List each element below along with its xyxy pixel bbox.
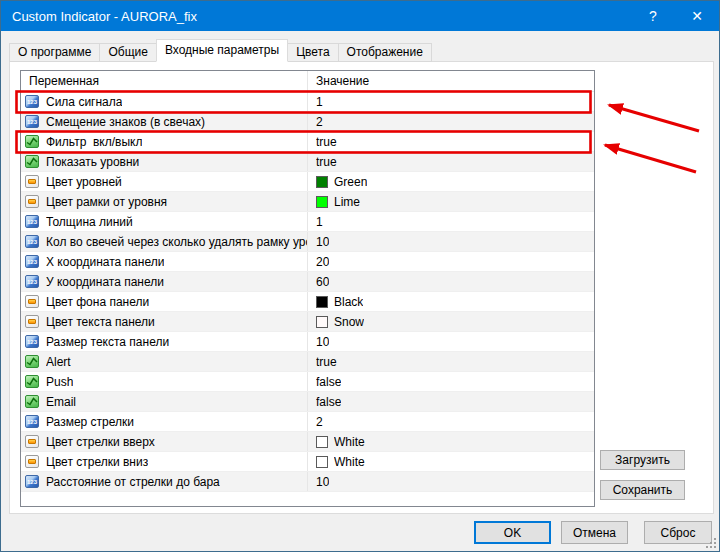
close-button[interactable]: ✕	[675, 1, 719, 31]
table-row[interactable]: 123 Кол во свечей через сколько удалять …	[21, 232, 594, 252]
table-row[interactable]: 123 Размер стрелки 2	[21, 412, 594, 432]
orange-bar	[28, 459, 36, 464]
orange-bar	[28, 179, 36, 184]
table-row[interactable]: Цвет уровней Green	[21, 172, 594, 192]
tab-strip: О программеОбщиеВходные параметрыЦветаОт…	[9, 39, 432, 62]
table-row[interactable]: 123 X координата панели 20	[21, 252, 594, 272]
bool-zigzag-icon	[25, 375, 39, 388]
color-swatch	[316, 196, 328, 208]
int-123-icon: 123	[25, 335, 39, 348]
table-row[interactable]: 123 Толщина линий 1	[21, 212, 594, 232]
orange-bar	[28, 439, 36, 444]
param-value: 20	[316, 255, 329, 269]
table-row[interactable]: Alert true	[21, 352, 594, 372]
table-row[interactable]: 123 Смещение знаков (в свечах) 2	[21, 112, 594, 132]
param-value: White	[334, 455, 365, 469]
param-name: Цвет текста панели	[46, 315, 155, 329]
param-value: 10	[316, 475, 329, 489]
tab-inputs[interactable]: Входные параметры	[156, 39, 288, 62]
table-row[interactable]: 123 Сила сигнала 1	[21, 92, 594, 112]
tab-colors[interactable]: Цвета	[287, 43, 338, 62]
color-page-icon	[25, 195, 39, 208]
param-value: 2	[316, 115, 323, 129]
param-name: Кол во свечей через сколько удалять рамк…	[46, 235, 307, 249]
int-123-icon: 123	[25, 255, 39, 268]
table-row[interactable]: 123 Размер текста панели 10	[21, 332, 594, 352]
cancel-button[interactable]: Отмена	[561, 521, 628, 544]
param-value: 10	[316, 235, 329, 249]
orange-bar	[28, 299, 36, 304]
table-row[interactable]: 123 Расстояние от стрелки до бара 10	[21, 472, 594, 492]
param-value: Lime	[334, 195, 360, 209]
tab-display[interactable]: Отображение	[338, 43, 432, 62]
bool-zigzag-icon	[25, 155, 39, 168]
param-name: Сила сигнала	[46, 95, 122, 109]
parameters-table: Переменная Значение 123 Сила сигнала 1 1…	[20, 70, 595, 507]
param-name: Push	[46, 375, 73, 389]
table-row[interactable]: Цвет стрелки вниз White	[21, 452, 594, 472]
param-value: Black	[334, 295, 363, 309]
orange-bar	[28, 199, 36, 204]
custom-indicator-dialog: Custom Indicator - AURORA_fix ? ✕ О прог…	[0, 0, 720, 552]
param-value: Green	[334, 175, 367, 189]
table-row[interactable]: Цвет текста панели Snow	[21, 312, 594, 332]
tab-common[interactable]: Общие	[99, 43, 156, 62]
param-name: Размер стрелки	[46, 415, 134, 429]
color-swatch	[316, 316, 328, 328]
param-name: Email	[46, 395, 76, 409]
column-header-variable: Переменная	[21, 71, 308, 91]
param-name: Цвет рамки от уровня	[46, 195, 167, 209]
orange-bar	[28, 319, 36, 324]
bool-zigzag-icon	[25, 135, 39, 148]
color-swatch	[316, 436, 328, 448]
param-value: true	[316, 155, 337, 169]
param-name: Размер текста панели	[46, 335, 169, 349]
ok-button[interactable]: OK	[474, 521, 551, 544]
int-123-icon: 123	[25, 415, 39, 428]
param-name: Цвет стрелки вниз	[46, 455, 148, 469]
param-name: Показать уровни	[46, 155, 139, 169]
table-row[interactable]: Фильтр вкл/выкл true	[21, 132, 594, 152]
resize-grip-icon[interactable]	[706, 538, 716, 548]
column-header-value: Значение	[308, 71, 594, 91]
param-name: У координата панели	[46, 275, 164, 289]
param-name: Толщина линий	[46, 215, 133, 229]
table-header-row: Переменная Значение	[21, 71, 594, 92]
color-swatch	[316, 296, 328, 308]
param-name: Цвет фона панели	[46, 295, 149, 309]
color-page-icon	[25, 315, 39, 328]
int-123-icon: 123	[25, 95, 39, 108]
tab-about[interactable]: О программе	[9, 43, 100, 62]
int-123-icon: 123	[25, 215, 39, 228]
table-row[interactable]: Push false	[21, 372, 594, 392]
param-value: true	[316, 135, 337, 149]
table-row[interactable]: Цвет стрелки вверх White	[21, 432, 594, 452]
table-row[interactable]: Цвет фона панели Black	[21, 292, 594, 312]
reset-button[interactable]: Сброс	[644, 521, 712, 544]
help-button[interactable]: ?	[631, 1, 675, 31]
param-name: X координата панели	[46, 255, 164, 269]
color-page-icon	[25, 435, 39, 448]
param-value: false	[316, 395, 341, 409]
save-button[interactable]: Сохранить	[600, 480, 685, 500]
param-value: false	[316, 375, 341, 389]
param-value: 1	[316, 95, 323, 109]
param-value: 2	[316, 415, 323, 429]
load-button[interactable]: Загрузить	[600, 450, 685, 470]
inputs-tab-page: Переменная Значение 123 Сила сигнала 1 1…	[9, 61, 714, 514]
title-bar: Custom Indicator - AURORA_fix ? ✕	[1, 1, 719, 31]
table-row[interactable]: Цвет рамки от уровня Lime	[21, 192, 594, 212]
color-page-icon	[25, 455, 39, 468]
color-page-icon	[25, 295, 39, 308]
param-name: Alert	[46, 355, 71, 369]
color-swatch	[316, 456, 328, 468]
window-title: Custom Indicator - AURORA_fix	[1, 9, 631, 24]
param-value: Snow	[334, 315, 364, 329]
param-value: 60	[316, 275, 329, 289]
param-name: Расстояние от стрелки до бара	[46, 475, 220, 489]
int-123-icon: 123	[25, 115, 39, 128]
table-row[interactable]: Email false	[21, 392, 594, 412]
int-123-icon: 123	[25, 235, 39, 248]
table-row[interactable]: 123 У координата панели 60	[21, 272, 594, 292]
table-row[interactable]: Показать уровни true	[21, 152, 594, 172]
